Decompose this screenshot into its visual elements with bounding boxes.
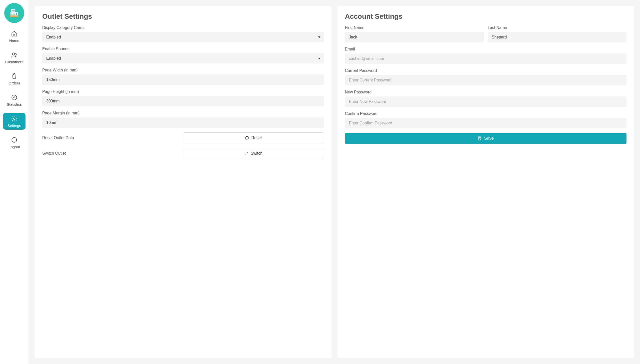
svg-rect-8 (13, 14, 14, 14)
nav-label: Logout (9, 145, 20, 149)
new-password-group: New Password (345, 90, 627, 107)
save-button-label: Save (484, 136, 494, 141)
new-password-label: New Password (345, 90, 627, 94)
page-margin-label: Page Margin (in mm) (42, 111, 324, 116)
first-name-input[interactable] (345, 32, 484, 42)
orders-icon (11, 73, 18, 80)
confirm-password-label: Confirm Password (345, 112, 627, 116)
settings-icon (11, 116, 18, 122)
nav-statistics[interactable]: Statistics (3, 92, 26, 108)
display-category-group: Display Category Cards Enabled (42, 26, 324, 42)
main-content: Outlet Settings Display Category Cards E… (29, 0, 640, 364)
reset-row: Reset Outlet Data Reset (42, 132, 324, 144)
home-icon (11, 30, 18, 37)
page-height-input[interactable] (42, 96, 324, 106)
reset-label: Reset Outlet Data (42, 136, 183, 140)
display-category-select[interactable]: Enabled (42, 32, 324, 42)
nav-customers[interactable]: Customers (3, 49, 26, 66)
page-width-input[interactable] (42, 74, 324, 85)
reset-icon (245, 136, 249, 140)
email-label: Email (345, 47, 627, 52)
nav-orders[interactable]: Orders (3, 70, 26, 87)
svg-point-12 (15, 54, 16, 56)
switch-icon (244, 151, 249, 156)
current-password-input[interactable] (345, 75, 627, 86)
current-password-group: Current Password (345, 68, 627, 86)
first-name-label: First Name (345, 26, 484, 30)
email-input[interactable] (345, 54, 627, 64)
svg-rect-7 (11, 14, 12, 14)
account-settings-card: Account Settings First Name Last Name Em… (337, 6, 634, 358)
svg-rect-5 (14, 13, 15, 14)
save-icon (477, 136, 482, 141)
svg-rect-9 (14, 14, 15, 14)
nav-label: Statistics (7, 102, 22, 106)
page-width-label: Page Width (in mm) (42, 68, 324, 72)
last-name-group: Last Name (488, 26, 626, 42)
last-name-label: Last Name (488, 26, 626, 30)
last-name-input[interactable] (488, 32, 626, 42)
enable-sounds-label: Enable Sounds (42, 47, 324, 51)
email-group: Email (345, 47, 627, 64)
svg-rect-3 (11, 13, 12, 14)
page-height-group: Page Height (in mm) (42, 90, 324, 106)
confirm-password-input[interactable] (345, 118, 627, 128)
switch-label: Switch Outlet (42, 151, 183, 156)
nav-label: Orders (9, 81, 20, 85)
cash-register-icon (9, 8, 20, 18)
first-name-group: First Name (345, 26, 484, 42)
page-width-group: Page Width (in mm) (42, 68, 324, 85)
reset-button[interactable]: Reset (183, 132, 324, 144)
svg-rect-10 (10, 16, 19, 17)
page-margin-group: Page Margin (in mm) (42, 111, 324, 128)
nav-home[interactable]: Home (3, 28, 26, 45)
svg-point-14 (14, 118, 15, 120)
current-password-label: Current Password (345, 68, 627, 73)
page-margin-input[interactable] (42, 118, 324, 128)
nav-label: Home (9, 38, 19, 43)
app-logo (4, 3, 24, 23)
outlet-settings-title: Outlet Settings (42, 12, 324, 20)
confirm-password-group: Confirm Password (345, 112, 627, 128)
statistics-icon (11, 94, 18, 101)
logout-icon (11, 137, 18, 143)
svg-rect-6 (16, 13, 17, 15)
page-height-label: Page Height (in mm) (42, 90, 324, 94)
switch-button-label: Switch (251, 151, 263, 156)
svg-point-11 (12, 53, 15, 55)
nav-label: Settings (8, 124, 21, 128)
svg-point-13 (12, 95, 17, 100)
svg-rect-1 (12, 10, 15, 10)
save-button[interactable]: Save (345, 133, 627, 144)
display-category-label: Display Category Cards (42, 26, 324, 30)
sidebar: Home Customers Orders Statistics Setting… (0, 0, 29, 364)
nav-logout[interactable]: Logout (3, 134, 26, 151)
new-password-input[interactable] (345, 96, 627, 107)
account-settings-title: Account Settings (345, 12, 627, 20)
nav-settings[interactable]: Settings (3, 113, 26, 130)
reset-button-label: Reset (251, 136, 262, 140)
enable-sounds-group: Enable Sounds Enabled (42, 47, 324, 64)
enable-sounds-select[interactable]: Enabled (42, 53, 324, 64)
customers-icon (11, 52, 18, 58)
switch-row: Switch Outlet Switch (42, 148, 324, 159)
switch-button[interactable]: Switch (183, 148, 324, 159)
nav-label: Customers (5, 60, 24, 64)
outlet-settings-card: Outlet Settings Display Category Cards E… (35, 6, 331, 358)
svg-rect-4 (13, 13, 14, 14)
